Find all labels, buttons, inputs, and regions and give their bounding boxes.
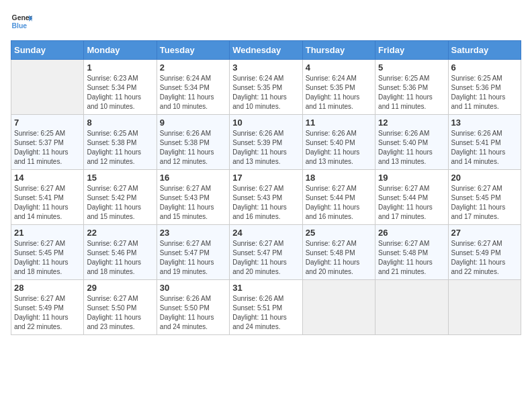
day-cell: 30Sunrise: 6:26 AM Sunset: 5:50 PM Dayli… (157, 280, 229, 335)
day-cell: 7Sunrise: 6:25 AM Sunset: 5:37 PM Daylig… (11, 115, 84, 170)
day-number: 12 (378, 118, 445, 128)
day-cell: 31Sunrise: 6:26 AM Sunset: 5:51 PM Dayli… (230, 280, 302, 335)
day-cell: 8Sunrise: 6:25 AM Sunset: 5:38 PM Daylig… (84, 115, 157, 170)
day-number: 8 (87, 118, 153, 128)
day-info: Sunrise: 6:25 AM Sunset: 5:36 PM Dayligh… (378, 74, 445, 111)
calendar-header: SundayMondayTuesdayWednesdayThursdayFrid… (11, 41, 521, 60)
page-header: General Blue (11, 11, 521, 32)
week-row-1: 1Sunrise: 6:23 AM Sunset: 5:34 PM Daylig… (11, 60, 521, 115)
day-number: 29 (87, 283, 153, 293)
day-number: 14 (14, 173, 81, 183)
day-cell: 3Sunrise: 6:24 AM Sunset: 5:35 PM Daylig… (230, 60, 302, 115)
day-info: Sunrise: 6:25 AM Sunset: 5:36 PM Dayligh… (451, 74, 518, 111)
day-cell: 29Sunrise: 6:27 AM Sunset: 5:50 PM Dayli… (84, 280, 157, 335)
day-number: 17 (232, 173, 299, 183)
day-number: 28 (14, 283, 81, 293)
day-info: Sunrise: 6:26 AM Sunset: 5:39 PM Dayligh… (232, 129, 299, 167)
day-cell: 22Sunrise: 6:27 AM Sunset: 5:46 PM Dayli… (84, 225, 157, 280)
day-cell: 15Sunrise: 6:27 AM Sunset: 5:42 PM Dayli… (84, 170, 157, 225)
day-cell: 12Sunrise: 6:26 AM Sunset: 5:40 PM Dayli… (375, 115, 448, 170)
day-info: Sunrise: 6:26 AM Sunset: 5:40 PM Dayligh… (306, 129, 372, 167)
day-cell (302, 280, 375, 335)
day-info: Sunrise: 6:26 AM Sunset: 5:38 PM Dayligh… (160, 129, 226, 167)
header-cell-wednesday: Wednesday (230, 41, 302, 60)
day-info: Sunrise: 6:27 AM Sunset: 5:47 PM Dayligh… (232, 239, 299, 277)
day-cell: 24Sunrise: 6:27 AM Sunset: 5:47 PM Dayli… (230, 225, 302, 280)
day-cell: 25Sunrise: 6:27 AM Sunset: 5:48 PM Dayli… (302, 225, 375, 280)
day-number: 20 (451, 173, 518, 183)
header-cell-sunday: Sunday (11, 41, 84, 60)
day-info: Sunrise: 6:27 AM Sunset: 5:47 PM Dayligh… (160, 239, 226, 277)
day-number: 10 (232, 118, 299, 128)
day-info: Sunrise: 6:25 AM Sunset: 5:38 PM Dayligh… (87, 129, 153, 167)
day-cell: 13Sunrise: 6:26 AM Sunset: 5:41 PM Dayli… (448, 115, 521, 170)
day-number: 3 (232, 62, 299, 73)
day-number: 24 (232, 228, 299, 238)
generalblue-logo-icon: General Blue (11, 11, 32, 32)
day-cell (11, 60, 84, 115)
day-cell (375, 280, 448, 335)
day-number: 27 (451, 228, 518, 238)
day-info: Sunrise: 6:27 AM Sunset: 5:49 PM Dayligh… (14, 294, 81, 332)
day-number: 6 (451, 62, 518, 73)
day-info: Sunrise: 6:25 AM Sunset: 5:37 PM Dayligh… (14, 129, 81, 167)
day-number: 7 (14, 118, 81, 128)
day-cell: 27Sunrise: 6:27 AM Sunset: 5:49 PM Dayli… (448, 225, 521, 280)
day-cell: 21Sunrise: 6:27 AM Sunset: 5:45 PM Dayli… (11, 225, 84, 280)
week-row-4: 21Sunrise: 6:27 AM Sunset: 5:45 PM Dayli… (11, 225, 521, 280)
day-info: Sunrise: 6:23 AM Sunset: 5:34 PM Dayligh… (87, 74, 153, 111)
header-cell-tuesday: Tuesday (157, 41, 229, 60)
day-info: Sunrise: 6:24 AM Sunset: 5:35 PM Dayligh… (232, 74, 299, 111)
day-info: Sunrise: 6:27 AM Sunset: 5:49 PM Dayligh… (451, 239, 518, 277)
day-cell: 4Sunrise: 6:24 AM Sunset: 5:35 PM Daylig… (302, 60, 375, 115)
day-number: 25 (306, 228, 372, 238)
day-info: Sunrise: 6:27 AM Sunset: 5:48 PM Dayligh… (378, 239, 445, 277)
day-number: 1 (87, 62, 153, 73)
day-info: Sunrise: 6:27 AM Sunset: 5:48 PM Dayligh… (306, 239, 372, 277)
header-cell-monday: Monday (84, 41, 157, 60)
day-cell: 23Sunrise: 6:27 AM Sunset: 5:47 PM Dayli… (157, 225, 229, 280)
day-number: 13 (451, 118, 518, 128)
week-row-5: 28Sunrise: 6:27 AM Sunset: 5:49 PM Dayli… (11, 280, 521, 335)
svg-text:Blue: Blue (12, 22, 28, 30)
day-info: Sunrise: 6:24 AM Sunset: 5:35 PM Dayligh… (306, 74, 372, 111)
day-info: Sunrise: 6:26 AM Sunset: 5:50 PM Dayligh… (160, 294, 226, 332)
header-cell-friday: Friday (375, 41, 448, 60)
day-cell: 5Sunrise: 6:25 AM Sunset: 5:36 PM Daylig… (375, 60, 448, 115)
week-row-2: 7Sunrise: 6:25 AM Sunset: 5:37 PM Daylig… (11, 115, 521, 170)
day-cell: 18Sunrise: 6:27 AM Sunset: 5:44 PM Dayli… (302, 170, 375, 225)
day-number: 9 (160, 118, 226, 128)
day-info: Sunrise: 6:27 AM Sunset: 5:45 PM Dayligh… (14, 239, 81, 277)
day-cell: 6Sunrise: 6:25 AM Sunset: 5:36 PM Daylig… (448, 60, 521, 115)
day-number: 18 (306, 173, 372, 183)
day-cell: 26Sunrise: 6:27 AM Sunset: 5:48 PM Dayli… (375, 225, 448, 280)
day-info: Sunrise: 6:26 AM Sunset: 5:51 PM Dayligh… (232, 294, 299, 332)
day-number: 30 (160, 283, 226, 293)
day-info: Sunrise: 6:27 AM Sunset: 5:45 PM Dayligh… (451, 184, 518, 222)
day-cell: 11Sunrise: 6:26 AM Sunset: 5:40 PM Dayli… (302, 115, 375, 170)
day-info: Sunrise: 6:24 AM Sunset: 5:34 PM Dayligh… (160, 74, 226, 111)
day-cell: 2Sunrise: 6:24 AM Sunset: 5:34 PM Daylig… (157, 60, 229, 115)
day-number: 16 (160, 173, 226, 183)
day-info: Sunrise: 6:27 AM Sunset: 5:42 PM Dayligh… (87, 184, 153, 222)
week-row-3: 14Sunrise: 6:27 AM Sunset: 5:41 PM Dayli… (11, 170, 521, 225)
header-row: SundayMondayTuesdayWednesdayThursdayFrid… (11, 41, 521, 60)
day-number: 11 (306, 118, 372, 128)
day-number: 4 (306, 62, 372, 73)
day-cell (448, 280, 521, 335)
day-number: 19 (378, 173, 445, 183)
day-info: Sunrise: 6:27 AM Sunset: 5:46 PM Dayligh… (87, 239, 153, 277)
day-number: 21 (14, 228, 81, 238)
calendar-body: 1Sunrise: 6:23 AM Sunset: 5:34 PM Daylig… (11, 60, 521, 335)
day-cell: 16Sunrise: 6:27 AM Sunset: 5:43 PM Dayli… (157, 170, 229, 225)
header-cell-thursday: Thursday (302, 41, 375, 60)
day-cell: 1Sunrise: 6:23 AM Sunset: 5:34 PM Daylig… (84, 60, 157, 115)
day-cell: 17Sunrise: 6:27 AM Sunset: 5:43 PM Dayli… (230, 170, 302, 225)
logo: General Blue (11, 11, 32, 32)
day-info: Sunrise: 6:26 AM Sunset: 5:41 PM Dayligh… (451, 129, 518, 167)
day-cell: 28Sunrise: 6:27 AM Sunset: 5:49 PM Dayli… (11, 280, 84, 335)
day-cell: 14Sunrise: 6:27 AM Sunset: 5:41 PM Dayli… (11, 170, 84, 225)
day-cell: 19Sunrise: 6:27 AM Sunset: 5:44 PM Dayli… (375, 170, 448, 225)
day-number: 23 (160, 228, 226, 238)
day-number: 2 (160, 62, 226, 73)
